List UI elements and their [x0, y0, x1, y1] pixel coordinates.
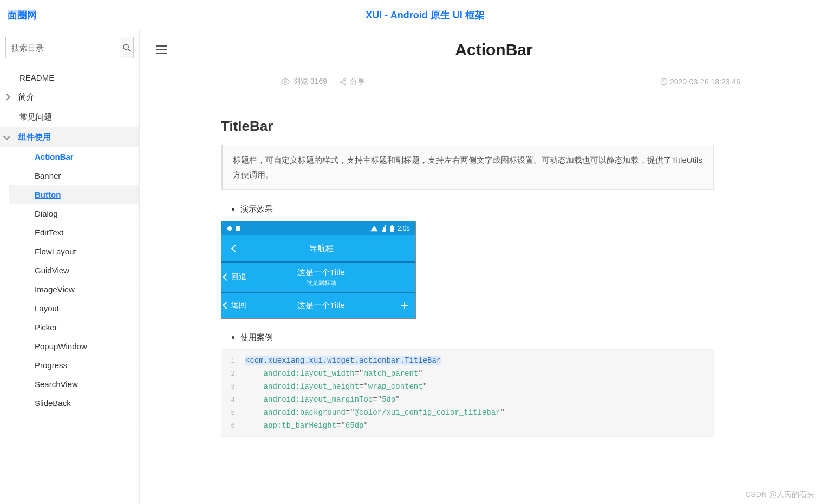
demo-bullet: 演示效果 [221, 202, 714, 217]
code-line: 5. android:background="@color/xui_config… [221, 406, 713, 419]
nav-sub-item-GuidView[interactable]: GuidView [9, 261, 139, 280]
back-button-3[interactable]: 返回 [221, 300, 249, 310]
nav-item-常见问题[interactable]: 常见问题 [0, 107, 139, 127]
chevron-left-icon [223, 302, 230, 309]
nav-sub-item-ActionBar[interactable]: ActionBar [9, 147, 139, 166]
meta-right: 2020-03-26 18:23:46 [660, 77, 740, 86]
nav-item-README[interactable]: README [0, 68, 139, 87]
code-line: 4. android:layout_marginTop="5dp" [221, 393, 713, 406]
titlebar-row-1: 导航栏 [221, 235, 415, 261]
search-icon [122, 43, 131, 52]
svg-rect-16 [385, 225, 386, 232]
usage-bullet: 使用案例 [221, 330, 714, 345]
svg-rect-15 [383, 227, 385, 232]
date-label: 2020-03-26 18:23:46 [670, 77, 740, 86]
svg-line-10 [342, 82, 344, 83]
code-text: android:background="@color/xui_config_co… [245, 408, 505, 417]
nav-sub-item-ImageView[interactable]: ImageView [9, 280, 139, 299]
svg-rect-4 [156, 53, 167, 54]
titlebar-row-3: 返回 这是一个Title + [221, 292, 415, 318]
nav-item-简介[interactable]: 简介 [0, 87, 139, 107]
nav-sub-item-Banner[interactable]: Banner [9, 166, 139, 185]
nav-sub-item-SearchView[interactable]: SearchView [9, 375, 139, 394]
code-text: android:layout_width="match_parent" [245, 369, 423, 378]
nav-sub-item-Layout[interactable]: Layout [9, 299, 139, 318]
line-number: 1. [221, 357, 245, 365]
svg-point-0 [123, 44, 128, 49]
titlebar-mid-3: 这是一个Title [249, 295, 394, 316]
title-2: 这是一个Title [249, 267, 394, 278]
brand-link[interactable]: 面圈网 [8, 9, 37, 22]
title-3: 这是一个Title [249, 300, 394, 311]
nav-sub-item-FlowLayout[interactable]: FlowLayout [9, 242, 139, 261]
nav-sub-item-PopupWindow[interactable]: PopupWindow [9, 337, 139, 356]
meta-left: 浏览 3169 分享 [281, 77, 365, 87]
chevron-left-icon [231, 245, 239, 252]
main: ActionBar 浏览 3169 分享 2020-03-26 18:23:46… [140, 30, 821, 469]
subtitle-2: 这是副标题 [249, 279, 394, 287]
back-label-2: 回退 [231, 272, 246, 282]
svg-rect-17 [390, 226, 394, 232]
svg-point-12 [227, 226, 232, 231]
code-text: app:tb_barHeight="65dp" [245, 421, 368, 430]
svg-rect-13 [236, 226, 240, 231]
line-number: 4. [221, 396, 245, 404]
nav-sub-item-Dialog[interactable]: Dialog [9, 204, 139, 223]
views-meta: 浏览 3169 [281, 77, 327, 87]
nav: README简介常见问题组件使用ActionBarBannerButtonDia… [0, 65, 139, 429]
svg-rect-2 [156, 45, 167, 47]
code-line: 1.<com.xuexiang.xui.widget.actionbar.Tit… [221, 354, 713, 367]
nav-sub-item-Picker[interactable]: Picker [9, 318, 139, 337]
demo-label: 演示效果 [240, 202, 714, 217]
nav-sub: ActionBarBannerButtonDialogEditTextFlowL… [0, 147, 139, 413]
content: TitleBar 标题栏，可自定义标题的样式，支持主标题和副标题，支持左右两侧文… [140, 92, 735, 469]
phone-time: 2:08 [398, 225, 410, 232]
add-button[interactable]: + [394, 298, 415, 313]
svg-line-1 [128, 49, 130, 51]
code-text: android:layout_height="wrap_content" [245, 382, 427, 391]
code-line: 2. android:layout_width="match_parent" [221, 367, 713, 380]
search-button[interactable] [120, 37, 134, 58]
nav-sub-item-SlideBack[interactable]: SlideBack [9, 394, 139, 413]
page-title: ActionBar [183, 41, 805, 59]
search-wrap [0, 30, 139, 65]
line-number: 2. [221, 370, 245, 378]
line-number: 3. [221, 383, 245, 391]
battery-icon [390, 225, 394, 232]
titlebar-mid-1: 导航栏 [249, 238, 394, 259]
svg-point-7 [340, 81, 342, 83]
nav-item-组件使用[interactable]: 组件使用 [0, 127, 139, 147]
meta-row: 浏览 3169 分享 2020-03-26 18:23:46 [199, 69, 762, 92]
back-button-2[interactable]: 回退 [221, 272, 249, 282]
svg-rect-3 [156, 49, 167, 50]
menu-icon[interactable] [156, 45, 167, 54]
code-line: 6. app:tb_barHeight="65dp" [221, 419, 713, 432]
chevron-left-icon [223, 273, 230, 281]
back-label-3: 返回 [231, 300, 246, 310]
signal-icon [381, 225, 387, 232]
nav-sub-item-EditText[interactable]: EditText [9, 223, 139, 242]
back-button-1[interactable] [221, 246, 249, 251]
share-meta[interactable]: 分享 [339, 77, 365, 87]
top-center: XUI - Android 原生 UI 框架 [37, 9, 813, 22]
nav-sub-item-Progress[interactable]: Progress [9, 356, 139, 375]
line-number: 5. [221, 409, 245, 417]
svg-rect-14 [382, 230, 383, 232]
titlebar-row-2: 回退 这是一个Title 这是副标题 [221, 261, 415, 292]
views-label: 浏览 3169 [293, 77, 327, 87]
page-header: ActionBar [140, 30, 821, 69]
code-text: <com.xuexiang.xui.widget.actionbar.Title… [245, 356, 441, 365]
usage-label: 使用案例 [240, 330, 714, 345]
nav-sub-item-Button[interactable]: Button [9, 185, 139, 204]
share-icon [339, 78, 347, 86]
svg-point-5 [284, 81, 286, 83]
search-input[interactable] [5, 37, 120, 58]
wifi-icon [370, 225, 378, 232]
sidebar: README简介常见问题组件使用ActionBarBannerButtonDia… [0, 30, 140, 469]
eye-icon [281, 78, 290, 85]
code-line: 3. android:layout_height="wrap_content" [221, 380, 713, 393]
svg-line-9 [342, 80, 344, 81]
share-label: 分享 [350, 77, 365, 87]
framework-title[interactable]: XUI - Android 原生 UI 框架 [366, 10, 484, 21]
titlebar-mid-2: 这是一个Title 这是副标题 [249, 262, 394, 292]
